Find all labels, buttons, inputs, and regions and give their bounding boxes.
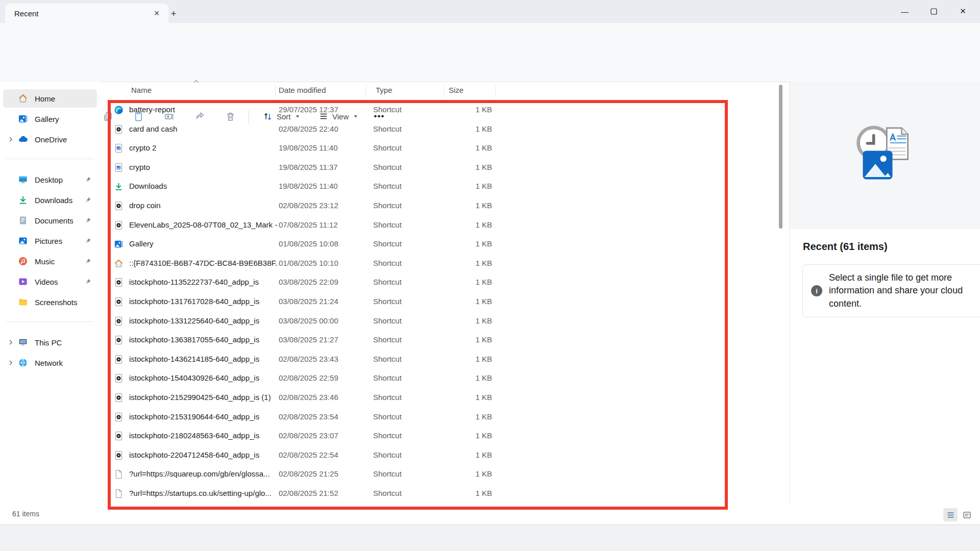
doc-icon <box>114 469 124 479</box>
column-header-size[interactable]: Size <box>449 86 463 94</box>
list-view-toggle[interactable] <box>943 508 958 521</box>
sidebar-item-downloads[interactable]: Downloads <box>3 190 97 210</box>
file-date-modified: 02/08/2025 23:12 <box>279 201 371 210</box>
file-name: battery-report <box>129 105 278 114</box>
sidebar-item-network[interactable]: Network <box>3 353 97 373</box>
file-row[interactable]: crypto19/08/2025 11:37Shortcut1 KB <box>108 158 722 178</box>
sidebar-item-home[interactable]: Home <box>3 89 97 108</box>
file-row[interactable]: istockphoto-2152990425-640_adpp_is (1)02… <box>108 388 722 408</box>
media-icon <box>114 124 124 134</box>
file-row[interactable]: Downloads19/08/2025 11:40Shortcut1 KB <box>108 177 722 196</box>
file-name: istockphoto-2153190644-640_adpp_is <box>129 412 278 421</box>
file-date-modified: 01/08/2025 10:08 <box>279 239 371 248</box>
file-date-modified: 01/08/2025 10:10 <box>279 259 371 267</box>
file-row[interactable]: crypto 219/08/2025 11:40Shortcut1 KB <box>108 139 722 158</box>
tab-close-icon[interactable]: ✕ <box>150 7 163 20</box>
column-header-type[interactable]: Type <box>376 86 393 94</box>
file-date-modified: 02/08/2025 23:46 <box>279 393 371 402</box>
sidebar-item-this-pc[interactable]: This PC <box>3 332 97 353</box>
file-row[interactable]: battery-report29/07/2025 12:37Shortcut1 … <box>108 101 722 120</box>
file-date-modified: 02/08/2025 21:25 <box>279 469 371 478</box>
file-date-modified: 29/07/2025 12:37 <box>279 105 371 114</box>
file-date-modified: 19/08/2025 11:40 <box>279 143 371 152</box>
file-row[interactable]: ElevenLabs_2025-08-07T08_02_13_Mark -...… <box>108 216 722 235</box>
file-row[interactable]: ::{F874310E-B6B7-47DC-BC84-B9E6B38F...01… <box>108 254 722 273</box>
network-icon <box>18 358 28 368</box>
file-name: istockphoto-1135222737-640_adpp_is <box>129 278 278 286</box>
sidebar-item-screenshots[interactable]: Screenshots <box>3 292 97 312</box>
download-icon <box>114 182 124 191</box>
file-row[interactable]: istockphoto-1135222737-640_adpp_is03/08/… <box>108 273 722 292</box>
file-date-modified: 02/08/2025 23:54 <box>279 412 371 421</box>
file-row[interactable]: ?url=https://squareup.com/gb/en/glossa..… <box>108 465 722 484</box>
file-row[interactable]: istockphoto-1317617028-640_adpp_is03/08/… <box>108 292 722 312</box>
sidebar-item-documents[interactable]: Documents <box>3 210 97 231</box>
sidebar-item-music[interactable]: Music <box>3 251 97 271</box>
file-size: 1 KB <box>424 373 492 382</box>
file-type: Shortcut <box>373 450 432 459</box>
sidebar-item-pictures[interactable]: Pictures <box>3 231 97 251</box>
media-icon <box>114 316 124 326</box>
file-size: 1 KB <box>424 259 492 267</box>
file-row[interactable]: istockphoto-2180248563-640_adpp_is02/08/… <box>108 427 722 446</box>
column-headers: NameDate modifiedTypeSize <box>108 83 722 99</box>
preview-area <box>790 82 980 229</box>
thispc-icon <box>18 337 28 347</box>
file-row[interactable]: ?url=https://startups.co.uk/setting-up/g… <box>108 484 722 504</box>
file-size: 1 KB <box>424 355 492 363</box>
sidebar-item-onedrive[interactable]: OneDrive <box>3 129 97 149</box>
sidebar-item-gallery[interactable]: Gallery <box>3 109 97 129</box>
file-row[interactable]: drop coin02/08/2025 23:12Shortcut1 KB <box>108 196 722 216</box>
file-name: istockphoto-1363817055-640_adpp_is <box>129 335 278 344</box>
minimize-button[interactable]: — <box>890 0 919 22</box>
file-date-modified: 03/08/2025 22:09 <box>279 278 371 286</box>
new-tab-button[interactable]: + <box>166 7 181 21</box>
image-icon <box>114 163 124 172</box>
sidebar-item-videos[interactable]: Videos <box>3 271 97 292</box>
file-type: Shortcut <box>373 316 432 325</box>
file-type: Shortcut <box>373 220 432 229</box>
file-size: 1 KB <box>424 297 492 306</box>
expander-chevron-icon[interactable] <box>8 339 14 345</box>
sidebar-item-label: Videos <box>35 278 84 286</box>
file-row[interactable]: istockphoto-1540430926-640_adpp_is02/08/… <box>108 369 722 388</box>
sidebar-item-desktop[interactable]: Desktop <box>3 169 97 190</box>
gallery-icon <box>18 114 28 124</box>
column-header-name[interactable]: Name <box>131 86 152 94</box>
file-row[interactable]: card and cash02/08/2025 22:40Shortcut1 K… <box>108 120 722 139</box>
expander-chevron-icon[interactable] <box>8 360 14 366</box>
maximize-button[interactable] <box>919 0 948 22</box>
file-row[interactable]: istockphoto-2153190644-640_adpp_is02/08/… <box>108 408 722 427</box>
file-date-modified: 19/08/2025 11:40 <box>279 182 371 190</box>
column-header-date-modified[interactable]: Date modified <box>279 86 326 94</box>
media-icon <box>114 431 124 441</box>
explorer-tab[interactable]: Recent ✕ <box>5 4 168 23</box>
pin-icon <box>84 196 91 204</box>
expander-chevron-icon[interactable] <box>8 136 14 142</box>
vertical-scrollbar[interactable] <box>779 85 782 229</box>
file-size: 1 KB <box>424 469 492 478</box>
content-view-toggle[interactable] <box>960 508 974 521</box>
file-date-modified: 02/08/2025 22:40 <box>279 124 371 133</box>
list-view-icon <box>946 511 955 519</box>
file-size: 1 KB <box>424 105 492 114</box>
details-title: Recent (61 items) <box>803 241 888 253</box>
media-icon <box>114 450 124 460</box>
media-icon <box>114 335 124 345</box>
close-button[interactable]: ✕ <box>948 0 977 22</box>
file-row[interactable]: istockphoto-2204712458-640_adpp_is02/08/… <box>108 446 722 465</box>
file-row[interactable]: Gallery01/08/2025 10:08Shortcut1 KB <box>108 235 722 254</box>
media-icon <box>114 297 124 307</box>
desktop-icon <box>18 174 28 185</box>
file-name: istockphoto-1540430926-640_adpp_is <box>129 373 278 382</box>
file-name: crypto 2 <box>129 143 278 152</box>
file-name: drop coin <box>129 201 278 210</box>
file-type: Shortcut <box>373 393 432 402</box>
file-list: battery-report29/07/2025 12:37Shortcut1 … <box>108 101 722 503</box>
file-row[interactable]: istockphoto-1436214185-640_adpp_is02/08/… <box>108 350 722 369</box>
file-row[interactable]: istockphoto-1363817055-640_adpp_is03/08/… <box>108 331 722 350</box>
file-type: Shortcut <box>373 335 432 344</box>
file-row[interactable]: istockphoto-1331225640-640_adpp_is03/08/… <box>108 312 722 331</box>
file-size: 1 KB <box>424 278 492 286</box>
file-type: Shortcut <box>373 297 432 306</box>
